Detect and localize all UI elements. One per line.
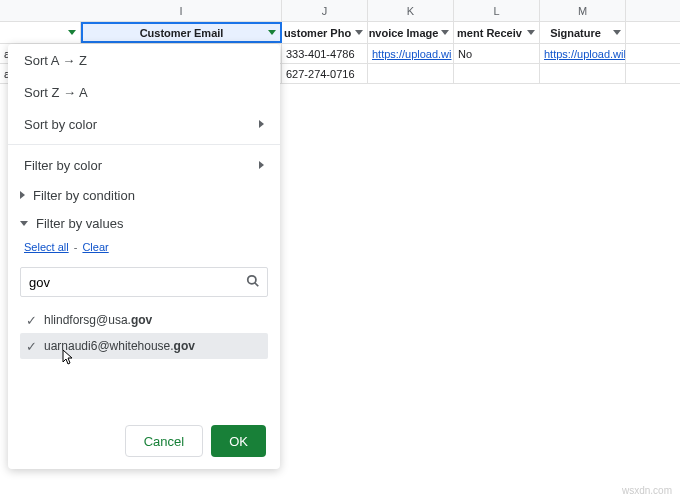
cell[interactable]: 627-274-0716 [282,64,368,83]
menu-label: Filter by values [36,216,123,231]
col-letter-I[interactable]: I [81,0,282,21]
header-label: Customer Email [140,27,224,39]
field-header-payment-received[interactable]: ment Receiv [454,22,540,43]
search-icon[interactable] [246,274,260,291]
filter-icon[interactable] [613,30,621,35]
caret-down-icon [20,221,28,226]
sort-color[interactable]: Sort by color [8,108,280,140]
field-header-customer-email[interactable]: Customer Email [81,22,282,43]
search-box [20,267,268,297]
filter-icon[interactable] [68,30,76,35]
filter-icon[interactable] [527,30,535,35]
value-text: hlindforsg@usa.gov [44,313,262,327]
sort-za[interactable]: Sort Z → A [8,76,280,108]
check-icon: ✓ [26,313,44,328]
cell[interactable] [368,64,454,83]
svg-line-1 [255,283,259,287]
value-item[interactable]: ✓ hlindforsg@usa.gov [20,307,268,333]
column-letter-row: I J K L M [0,0,680,22]
header-label: ment Receiv [457,27,522,39]
select-all-link[interactable]: Select all [24,241,69,253]
field-header-signature[interactable]: Signature [540,22,626,43]
filter-values[interactable]: Filter by values [8,209,280,237]
filter-color[interactable]: Filter by color [8,149,280,181]
cell[interactable]: 333-401-4786 [282,44,368,63]
field-header-row: Customer Email ustomer Pho nvoice Image … [0,22,680,44]
cell[interactable] [540,64,626,83]
filter-icon[interactable] [268,30,276,35]
filter-icon[interactable] [355,30,363,35]
check-icon: ✓ [26,339,44,354]
field-header-left [0,22,81,43]
cell[interactable]: No [454,44,540,63]
actions: Cancel OK [8,417,280,457]
svg-point-0 [248,276,256,284]
menu-label: Filter by condition [33,188,135,203]
divider [8,144,280,145]
filter-condition[interactable]: Filter by condition [8,181,280,209]
values-list: ✓ hlindforsg@usa.gov ✓ uarnaudi6@whiteho… [8,307,280,417]
col-letter-M[interactable]: M [540,0,626,21]
sort-az[interactable]: Sort A → Z [8,44,280,76]
caret-right-icon [20,191,25,199]
cell-link[interactable]: https://upload.wikimedia. [540,44,626,63]
select-clear-row: Select all - Clear [8,237,280,257]
menu-label: Filter by color [24,158,102,173]
cell-link[interactable]: https://upload.wi [368,44,454,63]
header-label: ustomer Pho [284,27,351,39]
chevron-right-icon [259,161,264,169]
col-letter-J[interactable]: J [282,0,368,21]
search-input[interactable] [20,267,268,297]
header-label: nvoice Image [369,27,439,39]
filter-dropdown: Sort A → Z Sort Z → A Sort by color Filt… [8,44,280,469]
chevron-right-icon [259,120,264,128]
menu-label: Sort by color [24,117,97,132]
filter-icon[interactable] [441,30,449,35]
dash: - [71,241,81,253]
col-letter-K[interactable]: K [368,0,454,21]
clear-link[interactable]: Clear [82,241,108,253]
watermark: wsxdn.com [622,485,672,496]
cell[interactable] [454,64,540,83]
ok-button[interactable]: OK [211,425,266,457]
cancel-button[interactable]: Cancel [125,425,203,457]
header-label: Signature [550,27,601,39]
field-header-invoice-image[interactable]: nvoice Image [368,22,454,43]
field-header-customer-phone[interactable]: ustomer Pho [282,22,368,43]
value-item[interactable]: ✓ uarnaudi6@whitehouse.gov [20,333,268,359]
value-text: uarnaudi6@whitehouse.gov [44,339,262,353]
col-letter-L[interactable]: L [454,0,540,21]
